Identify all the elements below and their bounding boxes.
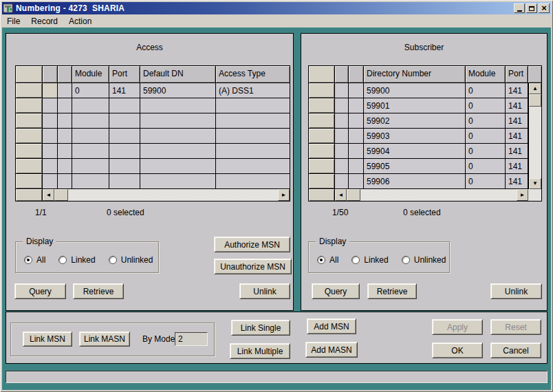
- row-status-cell: [58, 174, 72, 188]
- data-cell: [140, 174, 216, 188]
- hscroll-thumb[interactable]: [54, 189, 68, 201]
- numbering-window: Numbering - 4273 SHARIA File Record Acti…: [0, 0, 553, 392]
- radio-option-linked[interactable]: Linked: [351, 255, 388, 265]
- data-cell: [109, 159, 140, 173]
- row-selector-button[interactable]: [16, 113, 43, 128]
- scroll-down-icon[interactable]: [529, 178, 541, 189]
- column-header-port[interactable]: Port: [109, 66, 140, 83]
- access-position-status: 1/1: [35, 208, 47, 217]
- access-table-header: Module Port Default DN Access Type: [16, 66, 290, 83]
- row-selector-button[interactable]: [16, 98, 43, 113]
- apply-button[interactable]: Apply: [432, 319, 483, 335]
- radio-option-all[interactable]: All: [24, 255, 45, 265]
- scroll-left-icon[interactable]: [43, 189, 54, 201]
- subscriber-unlink-button[interactable]: Unlink: [490, 283, 542, 299]
- menu-action[interactable]: Action: [69, 17, 91, 26]
- data-cell: (A) DSS1: [216, 83, 290, 98]
- subscriber-retrieve-button[interactable]: Retrieve: [367, 283, 417, 299]
- row-selector-button[interactable]: [309, 83, 335, 98]
- column-header-module[interactable]: Module: [72, 66, 109, 83]
- row-selector-button[interactable]: [16, 174, 43, 188]
- subscriber-query-button[interactable]: Query: [312, 283, 360, 299]
- window-title: Numbering - 4273 SHARIA: [16, 3, 512, 13]
- row-selector-button[interactable]: [309, 129, 335, 143]
- table-row: [16, 159, 290, 174]
- row-selector-button[interactable]: [309, 98, 335, 113]
- column-header-port[interactable]: Port: [506, 66, 528, 83]
- scroll-right-icon[interactable]: [278, 189, 290, 201]
- minimize-button[interactable]: [514, 3, 525, 13]
- vscroll-track[interactable]: [529, 107, 541, 178]
- data-cell: [109, 174, 140, 188]
- column-header-default-dn[interactable]: Default DN: [140, 66, 216, 83]
- by-mode-input[interactable]: [175, 332, 208, 346]
- data-cell: [72, 113, 109, 128]
- radio-option-all[interactable]: All: [317, 255, 338, 265]
- app-icon: [3, 3, 13, 13]
- add-masn-button[interactable]: Add MASN: [305, 342, 358, 358]
- table-row: 599040141: [309, 144, 541, 159]
- row-selector-button[interactable]: [16, 144, 43, 158]
- row-selector-button[interactable]: [16, 83, 43, 98]
- data-cell: [72, 144, 109, 158]
- row-status-cell: [43, 159, 58, 173]
- column-header-module[interactable]: Module: [466, 66, 506, 83]
- data-cell: [216, 98, 290, 113]
- authorize-msn-button[interactable]: Authorize MSN: [214, 237, 290, 252]
- radio-option-unlinked[interactable]: Unlinked: [402, 255, 446, 265]
- data-cell: 141: [506, 159, 528, 173]
- scroll-right-icon[interactable]: [517, 189, 528, 201]
- add-msn-button[interactable]: Add MSN: [307, 318, 356, 334]
- hscroll-track[interactable]: [360, 189, 517, 201]
- hscroll-thumb[interactable]: [347, 189, 360, 201]
- row-selector-button[interactable]: [16, 159, 43, 173]
- vscroll-thumb[interactable]: [529, 94, 541, 107]
- reset-button[interactable]: Reset: [490, 319, 541, 335]
- row-status-cell: [58, 98, 72, 113]
- subscriber-display-label: Display: [316, 237, 349, 246]
- row-selector-button[interactable]: [309, 174, 335, 188]
- link-single-button[interactable]: Link Single: [231, 320, 290, 336]
- access-query-button[interactable]: Query: [14, 283, 66, 299]
- access-unlink-button[interactable]: Unlink: [239, 283, 290, 299]
- hscroll-track-area: [335, 189, 541, 201]
- access-retrieve-button[interactable]: Retrieve: [73, 283, 124, 299]
- data-cell: [140, 159, 216, 173]
- subscriber-display-radios: AllLinkedUnlinked: [317, 255, 446, 265]
- maximize-button[interactable]: [526, 3, 537, 13]
- row-selector-button[interactable]: [309, 159, 335, 173]
- scroll-up-icon[interactable]: [529, 83, 541, 94]
- link-multiple-button[interactable]: Link Multiple: [230, 343, 290, 359]
- row-selector-button[interactable]: [309, 113, 335, 128]
- subscriber-display-group: Display AllLinkedUnlinked: [308, 241, 450, 273]
- close-button[interactable]: [539, 3, 550, 13]
- hscroll-track[interactable]: [68, 189, 278, 201]
- data-cell: [109, 144, 140, 158]
- link-masn-button[interactable]: Link MASN: [79, 331, 130, 347]
- link-msn-button[interactable]: Link MSN: [23, 331, 72, 347]
- row-status-cell: [349, 174, 364, 188]
- row-status-cell: [335, 98, 349, 113]
- header-blank-cell: [349, 66, 364, 83]
- menu-file[interactable]: File: [7, 17, 20, 26]
- maximize-icon: [529, 6, 534, 11]
- row-selector-button[interactable]: [309, 144, 335, 158]
- unauthorize-msn-button[interactable]: Unauthorize MSN: [214, 259, 292, 274]
- scroll-left-icon[interactable]: [335, 189, 347, 201]
- access-table-body: 014159900(A) DSS1: [16, 83, 290, 189]
- column-header-directory-number[interactable]: Directory Number: [364, 66, 466, 83]
- radio-option-linked[interactable]: Linked: [58, 255, 95, 265]
- row-status-cell: [43, 83, 58, 98]
- access-display-radios: AllLinkedUnlinked: [24, 255, 153, 265]
- row-selector-button[interactable]: [16, 129, 43, 143]
- data-cell: [216, 144, 290, 158]
- row-status-cell: [335, 174, 349, 188]
- menu-record[interactable]: Record: [31, 17, 58, 26]
- table-row: 599020141: [309, 113, 541, 129]
- cancel-button[interactable]: Cancel: [490, 342, 541, 358]
- column-header-access-type[interactable]: Access Type: [216, 66, 290, 83]
- radio-option-unlinked[interactable]: Unlinked: [109, 255, 153, 265]
- ok-button[interactable]: OK: [432, 342, 483, 358]
- access-selected-status: 0 selected: [107, 208, 144, 217]
- data-cell: [216, 174, 290, 188]
